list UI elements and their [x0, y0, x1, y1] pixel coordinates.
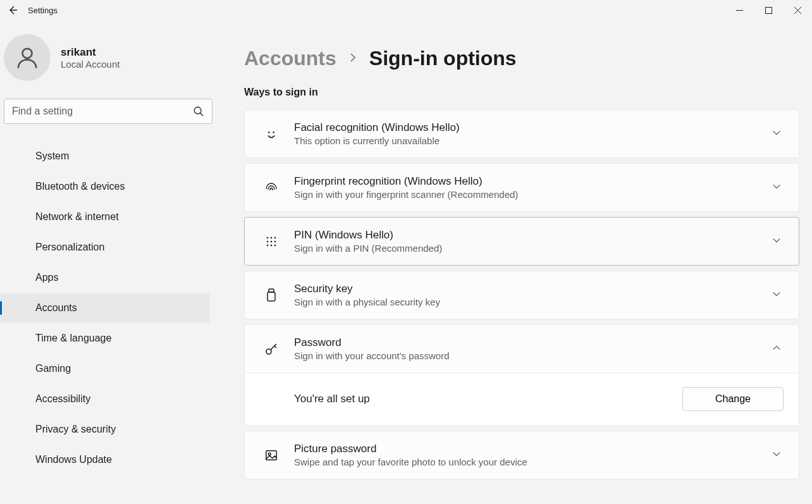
nav-item-system[interactable]: System: [0, 142, 210, 171]
svg-point-4: [273, 131, 274, 133]
nav-item-gaming[interactable]: Gaming: [0, 354, 210, 383]
search-input[interactable]: [12, 106, 193, 117]
option-password-body: You're all set up Change: [245, 372, 799, 425]
profile-subtitle: Local Account: [61, 59, 120, 70]
option-subtitle: Swipe and tap your favorite photo to unl…: [294, 457, 770, 467]
svg-rect-15: [268, 292, 275, 301]
option-title: Password: [294, 336, 770, 349]
titlebar: Settings: [0, 0, 812, 20]
svg-point-7: [274, 237, 276, 238]
nav-item-time-language[interactable]: Time & language: [0, 324, 210, 353]
usb-key-icon: [260, 288, 283, 303]
signin-options-list: Facial recognition (Windows Hello) This …: [244, 109, 799, 479]
chevron-right-icon: [348, 52, 358, 65]
change-button[interactable]: Change: [682, 387, 784, 411]
chevron-up-icon: [770, 343, 784, 354]
maximize-button[interactable]: [754, 0, 783, 20]
face-icon: [260, 127, 283, 141]
svg-point-8: [267, 240, 269, 242]
option-title: PIN (Windows Hello): [294, 229, 770, 242]
option-security-key[interactable]: Security key Sign in with a physical sec…: [244, 271, 799, 319]
person-icon: [15, 45, 40, 70]
search-box[interactable]: [4, 99, 212, 124]
nav-label: Apps: [35, 272, 58, 283]
close-button[interactable]: [783, 0, 812, 20]
profile-name: srikant: [61, 46, 120, 59]
option-subtitle: Sign in with your fingerprint scanner (R…: [294, 189, 770, 200]
fingerprint-icon: [260, 180, 283, 195]
svg-point-2: [194, 107, 201, 114]
keypad-icon: [260, 235, 283, 248]
arrow-left-icon: [8, 5, 18, 15]
nav-item-windows-update[interactable]: Windows Update: [0, 445, 210, 474]
nav-label: Gaming: [35, 363, 71, 374]
option-facial-recognition[interactable]: Facial recognition (Windows Hello) This …: [244, 109, 799, 158]
nav-item-personalization[interactable]: Personalization: [0, 233, 210, 262]
close-icon: [794, 7, 801, 14]
option-fingerprint[interactable]: Fingerprint recognition (Windows Hello) …: [244, 163, 799, 212]
option-title: Picture password: [294, 443, 770, 455]
option-subtitle: Sign in with your account's password: [294, 350, 770, 361]
picture-icon: [260, 448, 283, 462]
option-subtitle: This option is currently unavailable: [294, 135, 770, 146]
chevron-down-icon: [770, 236, 784, 247]
option-subtitle: Sign in with a physical security key: [294, 297, 770, 307]
option-title: Security key: [294, 283, 770, 295]
window-controls: [725, 0, 812, 20]
chevron-down-icon: [770, 182, 784, 193]
svg-point-9: [271, 240, 273, 242]
option-password: Password Sign in with your account's pas…: [244, 324, 799, 426]
nav-label: Personalization: [35, 242, 104, 253]
nav-item-bluetooth[interactable]: Bluetooth & devices: [0, 172, 210, 201]
svg-point-10: [274, 240, 276, 242]
avatar: [4, 34, 51, 81]
main-content: Accounts Sign-in options Ways to sign in…: [215, 20, 812, 504]
svg-point-16: [266, 349, 271, 354]
nav-item-apps[interactable]: Apps: [0, 263, 210, 292]
chevron-down-icon: [770, 450, 784, 460]
breadcrumb: Accounts Sign-in options: [244, 47, 799, 70]
svg-point-6: [271, 237, 273, 238]
svg-rect-0: [765, 7, 772, 13]
key-icon: [260, 341, 283, 357]
nav-label: Accessibility: [35, 393, 90, 405]
nav-item-network[interactable]: Network & internet: [0, 202, 210, 231]
nav-label: Bluetooth & devices: [35, 181, 125, 192]
nav-item-accessibility[interactable]: Accessibility: [0, 384, 210, 414]
profile-block[interactable]: srikant Local Account: [4, 34, 211, 81]
nav-label: System: [35, 151, 69, 162]
chevron-down-icon: [770, 128, 784, 139]
app-title: Settings: [28, 6, 58, 15]
minimize-icon: [736, 7, 743, 14]
password-status-text: You're all set up: [294, 393, 370, 405]
svg-point-12: [271, 244, 273, 246]
minimize-button[interactable]: [725, 0, 754, 20]
breadcrumb-parent[interactable]: Accounts: [244, 47, 336, 70]
breadcrumb-current: Sign-in options: [369, 47, 517, 70]
svg-point-3: [268, 131, 270, 133]
nav-label: Network & internet: [35, 211, 119, 223]
maximize-icon: [765, 7, 772, 14]
option-password-header[interactable]: Password Sign in with your account's pas…: [245, 325, 799, 372]
section-label: Ways to sign in: [244, 87, 799, 98]
svg-point-13: [274, 244, 276, 246]
option-title: Facial recognition (Windows Hello): [294, 121, 770, 134]
option-subtitle: Sign in with a PIN (Recommended): [294, 243, 770, 254]
nav-label: Privacy & security: [35, 424, 116, 435]
nav-item-privacy[interactable]: Privacy & security: [0, 415, 210, 444]
option-pin[interactable]: PIN (Windows Hello) Sign in with a PIN (…: [244, 217, 799, 266]
back-button[interactable]: [4, 1, 22, 19]
chevron-down-icon: [770, 290, 784, 300]
option-title: Fingerprint recognition (Windows Hello): [294, 175, 770, 188]
nav-item-accounts[interactable]: Accounts: [0, 293, 210, 323]
sidebar: srikant Local Account System Bluetooth &…: [0, 20, 215, 504]
profile-text: srikant Local Account: [61, 46, 120, 70]
option-picture-password[interactable]: Picture password Swipe and tap your favo…: [244, 431, 799, 479]
nav-list: System Bluetooth & devices Network & int…: [0, 142, 211, 474]
svg-point-1: [23, 49, 32, 58]
svg-point-5: [267, 237, 269, 238]
titlebar-left: Settings: [4, 1, 58, 19]
svg-point-18: [268, 453, 271, 455]
search-icon: [193, 106, 204, 117]
nav-label: Windows Update: [35, 454, 112, 465]
